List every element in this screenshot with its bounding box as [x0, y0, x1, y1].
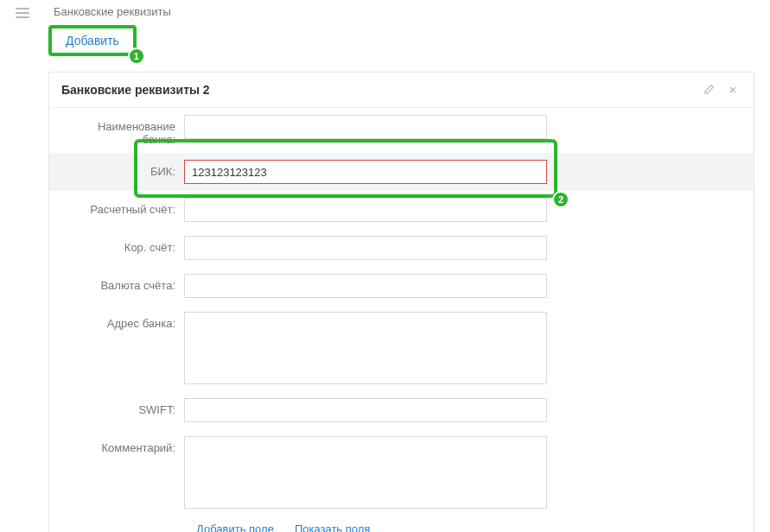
label-bank-name: Наименование банка:	[61, 115, 184, 146]
label-swift: SWIFT:	[61, 398, 184, 416]
input-account[interactable]	[184, 198, 547, 222]
show-fields-link[interactable]: Показать поля	[295, 522, 370, 532]
input-swift[interactable]	[184, 398, 547, 422]
input-currency[interactable]	[184, 274, 547, 298]
section-title: Банковские реквизиты	[54, 5, 171, 18]
card-title: Банковские реквизиты 2	[61, 83, 693, 97]
annotation-1-highlight: Добавить 1	[48, 25, 137, 56]
input-bik[interactable]	[184, 160, 547, 184]
textarea-comment[interactable]	[184, 436, 547, 509]
label-address: Адрес банка:	[61, 312, 184, 330]
input-bank-name[interactable]	[184, 115, 547, 139]
bank-requisites-card: Банковские реквизиты 2 Наименование банк…	[48, 72, 754, 532]
textarea-address[interactable]	[184, 312, 547, 384]
label-bik: БИК:	[61, 160, 184, 178]
add-field-link[interactable]: Добавить поле	[196, 522, 274, 532]
label-comment: Комментарий:	[61, 436, 184, 454]
edit-icon[interactable]	[700, 81, 717, 98]
add-button[interactable]: Добавить	[66, 34, 119, 48]
annotation-badge-2: 2	[552, 191, 570, 208]
label-corr: Кор. счёт:	[61, 236, 184, 254]
label-currency: Валюта счёта:	[61, 274, 184, 292]
menu-icon[interactable]	[16, 8, 29, 18]
close-icon[interactable]	[724, 81, 741, 98]
input-corr[interactable]	[184, 236, 547, 260]
label-account: Расчетный счёт:	[61, 198, 184, 216]
annotation-badge-1: 1	[128, 48, 145, 65]
